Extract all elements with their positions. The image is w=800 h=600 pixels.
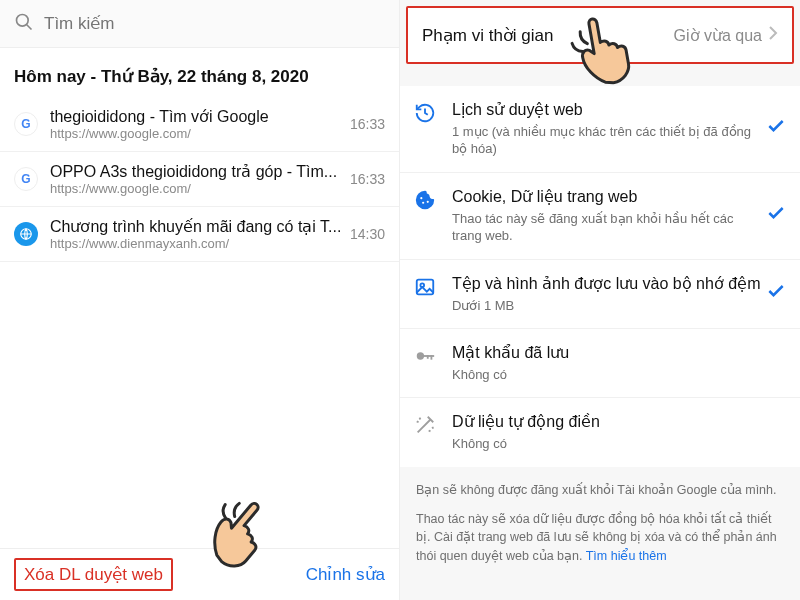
- wand-icon: [414, 414, 438, 440]
- history-time: 16:33: [350, 116, 385, 132]
- clear-data-options: Lịch sử duyệt web 1 mục (và nhiều mục kh…: [400, 86, 800, 467]
- option-title: Lịch sử duyệt web: [452, 100, 762, 121]
- cookie-icon: [414, 189, 438, 215]
- option-saved-passwords[interactable]: Mật khẩu đã lưu Không có: [400, 329, 800, 398]
- time-range-label: Phạm vi thời gian: [422, 25, 554, 46]
- svg-point-0: [17, 14, 29, 26]
- option-cookies[interactable]: Cookie, Dữ liệu trang web Thao tác này s…: [400, 173, 800, 260]
- history-url: https://www.google.com/: [50, 181, 342, 196]
- option-autofill[interactable]: Dữ liệu tự động điền Không có: [400, 398, 800, 466]
- google-favicon-icon: G: [14, 167, 38, 191]
- footnote-text: Bạn sẽ không được đăng xuất khỏi Tài kho…: [416, 481, 784, 500]
- clear-data-pane: Phạm vi thời gian Giờ vừa qua Lịch sử du…: [400, 0, 800, 600]
- clear-browsing-data-button[interactable]: Xóa DL duyệt web: [14, 558, 173, 591]
- svg-rect-10: [431, 355, 433, 360]
- search-bar: [0, 0, 399, 48]
- edit-button[interactable]: Chỉnh sửa: [306, 564, 385, 585]
- footnote-text: Thao tác này sẽ xóa dữ liệu được đồng bộ…: [416, 510, 784, 566]
- history-url: https://www.google.com/: [50, 126, 342, 141]
- site-favicon-icon: [14, 222, 38, 246]
- history-title: thegioididong - Tìm với Google: [50, 107, 342, 126]
- svg-rect-11: [427, 355, 429, 359]
- check-icon: [762, 203, 786, 228]
- history-title: Chương trình khuyến mãi đang có tại T...: [50, 217, 342, 236]
- key-icon: [414, 345, 438, 371]
- option-subtitle: Dưới 1 MB: [452, 297, 762, 315]
- check-icon: [762, 116, 786, 141]
- history-time: 14:30: [350, 226, 385, 242]
- option-cached-images[interactable]: Tệp và hình ảnh được lưu vào bộ nhớ đệm …: [400, 260, 800, 329]
- option-subtitle: Thao tác này sẽ đăng xuất bạn khỏi hầu h…: [452, 210, 762, 245]
- history-icon: [414, 102, 438, 128]
- svg-line-1: [27, 24, 32, 29]
- svg-rect-6: [417, 279, 434, 294]
- option-title: Mật khẩu đã lưu: [452, 343, 762, 364]
- history-footer: Xóa DL duyệt web Chỉnh sửa: [0, 548, 399, 600]
- history-item[interactable]: G thegioididong - Tìm với Google https:/…: [0, 97, 399, 152]
- option-subtitle: Không có: [452, 366, 762, 384]
- option-subtitle: Không có: [452, 435, 762, 453]
- tutorial-hand-icon: [562, 1, 645, 92]
- history-item[interactable]: G OPPO A3s thegioididong trả góp - Tìm..…: [0, 152, 399, 207]
- svg-point-3: [420, 197, 422, 199]
- history-url: https://www.dienmayxanh.com/: [50, 236, 342, 251]
- footnotes: Bạn sẽ không được đăng xuất khỏi Tài kho…: [400, 467, 800, 576]
- option-browsing-history[interactable]: Lịch sử duyệt web 1 mục (và nhiều mục kh…: [400, 86, 800, 173]
- svg-point-4: [422, 202, 424, 204]
- search-icon: [14, 12, 34, 36]
- image-icon: [414, 276, 438, 302]
- time-range-selector[interactable]: Phạm vi thời gian Giờ vừa qua: [406, 6, 794, 64]
- date-header: Hôm nay - Thứ Bảy, 22 tháng 8, 2020: [0, 48, 399, 97]
- search-input[interactable]: [44, 14, 385, 34]
- check-icon: [762, 281, 786, 306]
- option-subtitle: 1 mục (và nhiều mục khác trên các thiết …: [452, 123, 762, 158]
- time-range-value: Giờ vừa qua: [674, 26, 778, 45]
- option-title: Cookie, Dữ liệu trang web: [452, 187, 762, 208]
- svg-point-5: [427, 201, 429, 203]
- history-time: 16:33: [350, 171, 385, 187]
- history-list: G thegioididong - Tìm với Google https:/…: [0, 97, 399, 548]
- google-favicon-icon: G: [14, 112, 38, 136]
- history-title: OPPO A3s thegioididong trả góp - Tìm...: [50, 162, 342, 181]
- option-title: Tệp và hình ảnh được lưu vào bộ nhớ đệm: [452, 274, 762, 295]
- history-item[interactable]: Chương trình khuyến mãi đang có tại T...…: [0, 207, 399, 262]
- option-title: Dữ liệu tự động điền: [452, 412, 762, 433]
- chevron-right-icon: [768, 26, 778, 44]
- svg-point-8: [417, 352, 424, 359]
- history-pane: Hôm nay - Thứ Bảy, 22 tháng 8, 2020 G th…: [0, 0, 400, 600]
- learn-more-link[interactable]: Tìm hiểu thêm: [586, 549, 667, 563]
